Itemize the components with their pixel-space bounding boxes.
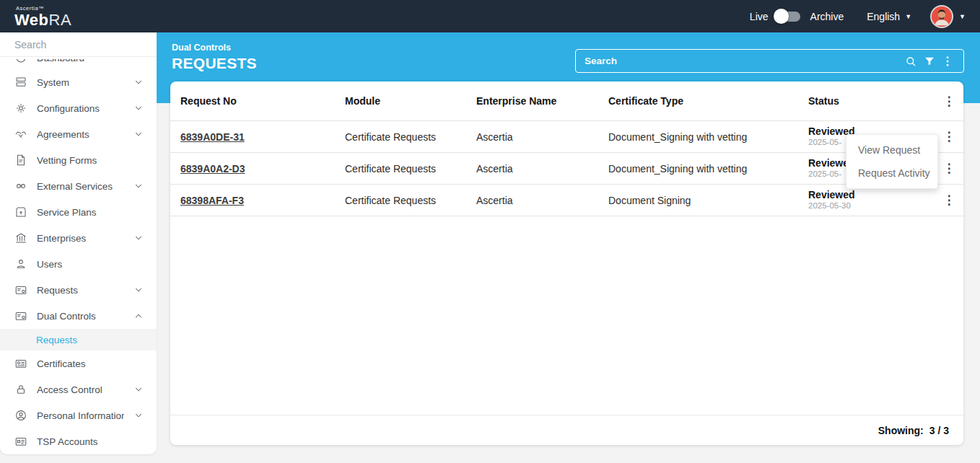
- enterprise-cell: Ascertia: [476, 131, 608, 143]
- avatar[interactable]: [930, 5, 953, 28]
- sidebar-item-label: Vetting Forms: [37, 155, 144, 166]
- breadcrumb: Dual Controls: [172, 43, 257, 53]
- box-icon: [14, 206, 27, 219]
- row-menu-button[interactable]: ⋮: [943, 193, 955, 207]
- context-menu-view-request[interactable]: View Request: [846, 138, 937, 162]
- col-enterprise: Enterprise Name: [476, 95, 608, 107]
- sidebar-search-input[interactable]: [14, 39, 145, 50]
- row-menu-button[interactable]: ⋮: [943, 130, 955, 144]
- sidebar-item-system[interactable]: System: [0, 69, 157, 95]
- archive-label[interactable]: Archive: [810, 11, 844, 22]
- status-cell: Reviewed 2025-05-30: [808, 189, 935, 212]
- live-archive-toggle[interactable]: [776, 12, 800, 22]
- sidebar-item-label: Configurations: [37, 103, 124, 114]
- context-menu-request-activity[interactable]: Request Activity: [846, 162, 937, 185]
- module-cell: Certificate Requests: [345, 131, 476, 143]
- person-icon: [14, 257, 27, 270]
- topbar: Ascertia™ WebRA Live Archive English ▼ ▼: [0, 0, 980, 32]
- sidebar-item-vetting-forms[interactable]: Vetting Forms: [0, 147, 157, 173]
- link-icon: [14, 180, 27, 193]
- sidebar-item-label: System: [37, 77, 124, 88]
- request-link[interactable]: 68398AFA-F3: [180, 195, 244, 206]
- user-menu[interactable]: ▼: [930, 5, 966, 28]
- sidebar-item-label: External Services: [37, 181, 124, 192]
- chevron-down-icon: [134, 285, 144, 295]
- sidebar-item-label: Service Plans: [37, 207, 144, 218]
- request-link[interactable]: 6839A0A2-D3: [180, 163, 245, 175]
- sidebar-item-users[interactable]: Users: [0, 251, 157, 277]
- search-button[interactable]: [901, 53, 920, 70]
- sidebar-item-certificates[interactable]: Certificates: [0, 350, 157, 376]
- sidebar-item-external-services[interactable]: External Services: [0, 173, 157, 199]
- chevron-down-icon: [134, 77, 144, 87]
- sidebar-item-dashboard[interactable]: Dashboard: [0, 59, 157, 69]
- main-panel: Dual Controls REQUESTS ⋮ Request No Modu…: [157, 32, 980, 463]
- server-icon: [14, 76, 27, 89]
- language-dropdown[interactable]: English ▼: [867, 11, 911, 22]
- enterprise-cell: Ascertia: [476, 195, 608, 206]
- toggle-knob[interactable]: [774, 9, 789, 24]
- person-circle-icon: [14, 409, 27, 422]
- content-area: Dashboard System Configurations Agreemen…: [0, 32, 980, 463]
- col-status: Status: [808, 95, 935, 107]
- sidebar-item-service-plans[interactable]: Service Plans: [0, 199, 157, 225]
- topbar-controls: Live Archive English ▼ ▼: [750, 5, 966, 28]
- showing-value: 3 / 3: [929, 425, 949, 436]
- chevron-down-icon: ▼: [959, 13, 966, 20]
- cert-type-cell: Document Signing: [608, 195, 808, 206]
- handshake-icon: [14, 128, 27, 141]
- chevron-down-icon: [134, 181, 144, 191]
- module-cell: Certificate Requests: [345, 163, 476, 175]
- sidebar-subitem-label: Requests: [36, 335, 77, 345]
- chevron-down-icon: [134, 129, 144, 139]
- lock-icon: [14, 383, 27, 396]
- status-value: Reviewed: [808, 189, 935, 201]
- requests-table-card: Request No Module Enterprise Name Certif…: [170, 81, 963, 445]
- showing-label: Showing:: [878, 425, 924, 436]
- table-row: 6839A0A2-D3 Certificate Requests Ascerti…: [170, 153, 963, 185]
- filter-button[interactable]: [920, 53, 939, 70]
- request-card-icon: [14, 309, 27, 322]
- sidebar-item-tsp-accounts[interactable]: TSP Accounts: [0, 428, 157, 454]
- sidebar-item-personal-information[interactable]: Personal Information: [0, 402, 157, 428]
- chevron-down-icon: [134, 384, 144, 394]
- sidebar-search: [0, 32, 157, 57]
- cert-type-cell: Document_Signing with vetting: [608, 163, 808, 175]
- brand-logo: WebRA: [14, 11, 71, 29]
- filter-icon: [924, 56, 935, 67]
- search-icon: [905, 56, 916, 67]
- certificate-card-icon: [14, 357, 27, 370]
- row-menu-button[interactable]: ⋮: [943, 162, 955, 175]
- avatar-person-icon: [932, 6, 952, 27]
- table-search-input[interactable]: [585, 56, 901, 66]
- sidebar-item-label: Certificates: [37, 358, 144, 369]
- sidebar-item-enterprises[interactable]: Enterprises: [0, 225, 157, 251]
- sidebar-item-label: Enterprises: [37, 233, 124, 244]
- sidebar-item-access-control[interactable]: Access Control: [0, 376, 157, 402]
- brand-web: Web: [14, 11, 49, 29]
- sidebar-item-label: Requests: [37, 285, 124, 296]
- col-request-no: Request No: [180, 95, 345, 107]
- chevron-down-icon: [134, 103, 144, 113]
- page-heading: Dual Controls REQUESTS: [172, 43, 257, 72]
- chevron-down-icon: [134, 233, 144, 243]
- sidebar-item-requests[interactable]: Requests: [0, 277, 157, 303]
- sidebar-item-dual-controls[interactable]: Dual Controls: [0, 303, 157, 329]
- status-date: 2025-05-30: [808, 200, 935, 211]
- sidebar-item-dashboard-clipped: Dashboard: [0, 59, 157, 69]
- sidebar-item-configurations[interactable]: Configurations: [0, 95, 157, 121]
- request-link[interactable]: 6839A0DE-31: [180, 131, 245, 143]
- search-more-button[interactable]: ⋮: [939, 54, 956, 68]
- table-header-menu-button[interactable]: ⋮: [943, 94, 955, 108]
- row-context-menu: View Request Request Activity: [846, 134, 938, 189]
- table-search-box: ⋮: [575, 49, 964, 73]
- sidebar-item-agreements[interactable]: Agreements: [0, 121, 157, 147]
- enterprise-cell: Ascertia: [476, 163, 608, 175]
- table-row: 6839A0DE-31 Certificate Requests Ascerti…: [170, 121, 963, 153]
- sidebar-nav: Dashboard System Configurations Agreemen…: [0, 57, 157, 454]
- sidebar: Dashboard System Configurations Agreemen…: [0, 32, 157, 454]
- live-label[interactable]: Live: [750, 11, 769, 22]
- sidebar-subitem-requests-active[interactable]: Requests: [0, 329, 157, 350]
- sidebar-item-label: Dashboard: [37, 59, 144, 63]
- brand-ra: RA: [49, 11, 72, 29]
